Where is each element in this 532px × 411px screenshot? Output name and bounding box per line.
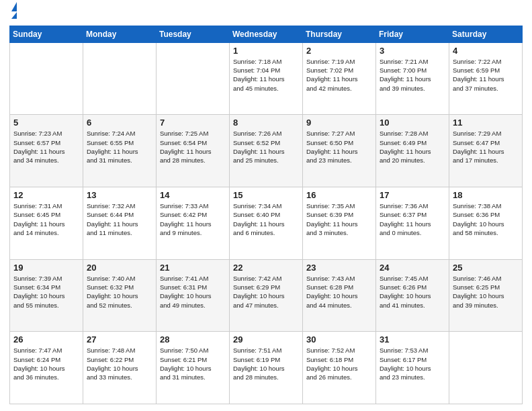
day-info: Sunrise: 7:46 AM Sunset: 6:25 PM Dayligh… [453,274,519,310]
day-cell: 16Sunrise: 7:35 AM Sunset: 6:39 PM Dayli… [303,187,376,260]
day-info: Sunrise: 7:31 AM Sunset: 6:45 PM Dayligh… [13,201,79,237]
day-info: Sunrise: 7:27 AM Sunset: 6:50 PM Dayligh… [306,129,372,165]
day-cell: 31Sunrise: 7:53 AM Sunset: 6:17 PM Dayli… [376,332,449,404]
day-info: Sunrise: 7:33 AM Sunset: 6:42 PM Dayligh… [160,201,226,237]
day-number: 29 [233,334,299,345]
day-info: Sunrise: 7:32 AM Sunset: 6:44 PM Dayligh… [87,201,152,237]
day-number: 6 [87,118,152,128]
day-cell: 9Sunrise: 7:27 AM Sunset: 6:50 PM Daylig… [303,115,376,187]
day-info: Sunrise: 7:18 AM Sunset: 7:04 PM Dayligh… [233,57,299,93]
day-cell: 3Sunrise: 7:21 AM Sunset: 7:00 PM Daylig… [376,42,449,115]
day-info: Sunrise: 7:34 AM Sunset: 6:40 PM Dayligh… [233,201,299,237]
day-cell: 27Sunrise: 7:48 AM Sunset: 6:22 PM Dayli… [83,332,157,404]
day-info: Sunrise: 7:41 AM Sunset: 6:31 PM Dayligh… [160,274,226,310]
day-number: 23 [306,263,372,273]
day-cell: 21Sunrise: 7:41 AM Sunset: 6:31 PM Dayli… [157,259,230,332]
day-info: Sunrise: 7:25 AM Sunset: 6:54 PM Dayligh… [160,129,226,165]
day-number: 14 [160,190,226,200]
col-header-tuesday: Tuesday [157,26,230,42]
day-number: 10 [380,118,445,128]
week-row-2: 5Sunrise: 7:23 AM Sunset: 6:57 PM Daylig… [10,115,523,187]
day-cell: 7Sunrise: 7:25 AM Sunset: 6:54 PM Daylig… [157,115,230,187]
day-cell: 11Sunrise: 7:29 AM Sunset: 6:47 PM Dayli… [449,115,523,187]
day-number: 18 [453,190,519,200]
day-info: Sunrise: 7:29 AM Sunset: 6:47 PM Dayligh… [453,129,519,165]
day-info: Sunrise: 7:38 AM Sunset: 6:36 PM Dayligh… [453,201,519,237]
day-number: 31 [380,334,445,345]
day-number: 11 [453,118,519,128]
day-number: 5 [13,118,79,128]
logo-triangle-top [11,2,17,11]
day-number: 13 [87,190,152,200]
day-cell: 17Sunrise: 7:36 AM Sunset: 6:37 PM Dayli… [376,187,449,260]
day-cell: 2Sunrise: 7:19 AM Sunset: 7:02 PM Daylig… [303,42,376,115]
logo-text-block [9,7,17,20]
week-row-5: 26Sunrise: 7:47 AM Sunset: 6:24 PM Dayli… [10,332,523,404]
day-cell: 23Sunrise: 7:43 AM Sunset: 6:28 PM Dayli… [303,259,376,332]
day-info: Sunrise: 7:50 AM Sunset: 6:21 PM Dayligh… [160,346,226,381]
day-cell: 5Sunrise: 7:23 AM Sunset: 6:57 PM Daylig… [10,115,83,187]
day-info: Sunrise: 7:24 AM Sunset: 6:55 PM Dayligh… [87,129,152,165]
header [9,7,523,20]
day-number: 25 [453,263,519,273]
day-cell: 20Sunrise: 7:40 AM Sunset: 6:32 PM Dayli… [83,259,157,332]
day-info: Sunrise: 7:22 AM Sunset: 6:59 PM Dayligh… [453,57,519,93]
day-number: 19 [13,263,79,273]
day-info: Sunrise: 7:28 AM Sunset: 6:49 PM Dayligh… [380,129,445,165]
day-number: 4 [453,46,519,56]
day-number: 28 [160,334,226,345]
day-cell: 19Sunrise: 7:39 AM Sunset: 6:34 PM Dayli… [10,259,83,332]
day-number: 12 [13,190,79,200]
day-info: Sunrise: 7:26 AM Sunset: 6:52 PM Dayligh… [233,129,299,165]
header-row: SundayMondayTuesdayWednesdayThursdayFrid… [10,26,523,42]
day-number: 22 [233,263,299,273]
day-cell [83,42,157,115]
week-row-1: 1Sunrise: 7:18 AM Sunset: 7:04 PM Daylig… [10,42,523,115]
day-cell [157,42,230,115]
day-cell: 8Sunrise: 7:26 AM Sunset: 6:52 PM Daylig… [230,115,303,187]
day-info: Sunrise: 7:53 AM Sunset: 6:17 PM Dayligh… [380,346,445,381]
day-cell: 25Sunrise: 7:46 AM Sunset: 6:25 PM Dayli… [449,259,523,332]
day-cell [10,42,83,115]
day-info: Sunrise: 7:47 AM Sunset: 6:24 PM Dayligh… [13,346,79,381]
logo [9,7,17,20]
day-cell: 12Sunrise: 7:31 AM Sunset: 6:45 PM Dayli… [10,187,83,260]
day-number: 8 [233,118,299,128]
day-number: 20 [87,263,152,273]
day-info: Sunrise: 7:51 AM Sunset: 6:19 PM Dayligh… [233,346,299,381]
day-number: 15 [233,190,299,200]
day-number: 26 [13,334,79,345]
day-number: 21 [160,263,226,273]
day-info: Sunrise: 7:42 AM Sunset: 6:29 PM Dayligh… [233,274,299,310]
day-number: 27 [87,334,152,345]
day-info: Sunrise: 7:23 AM Sunset: 6:57 PM Dayligh… [13,129,79,165]
day-cell [449,332,523,404]
day-info: Sunrise: 7:35 AM Sunset: 6:39 PM Dayligh… [306,201,372,237]
day-cell: 14Sunrise: 7:33 AM Sunset: 6:42 PM Dayli… [157,187,230,260]
col-header-saturday: Saturday [449,26,523,42]
day-number: 30 [306,334,372,345]
day-cell: 29Sunrise: 7:51 AM Sunset: 6:19 PM Dayli… [230,332,303,404]
day-info: Sunrise: 7:36 AM Sunset: 6:37 PM Dayligh… [380,201,445,237]
day-number: 2 [306,46,372,56]
day-info: Sunrise: 7:45 AM Sunset: 6:26 PM Dayligh… [380,274,445,310]
day-cell: 30Sunrise: 7:52 AM Sunset: 6:18 PM Dayli… [303,332,376,404]
day-cell: 6Sunrise: 7:24 AM Sunset: 6:55 PM Daylig… [83,115,157,187]
calendar-table: SundayMondayTuesdayWednesdayThursdayFrid… [9,26,523,404]
col-header-sunday: Sunday [10,26,83,42]
day-number: 7 [160,118,226,128]
day-cell: 13Sunrise: 7:32 AM Sunset: 6:44 PM Dayli… [83,187,157,260]
day-number: 16 [306,190,372,200]
day-number: 3 [380,46,445,56]
day-info: Sunrise: 7:48 AM Sunset: 6:22 PM Dayligh… [87,346,152,381]
day-number: 1 [233,46,299,56]
day-info: Sunrise: 7:40 AM Sunset: 6:32 PM Dayligh… [87,274,152,310]
day-cell: 4Sunrise: 7:22 AM Sunset: 6:59 PM Daylig… [449,42,523,115]
day-info: Sunrise: 7:39 AM Sunset: 6:34 PM Dayligh… [13,274,79,310]
week-row-4: 19Sunrise: 7:39 AM Sunset: 6:34 PM Dayli… [10,259,523,332]
day-cell: 18Sunrise: 7:38 AM Sunset: 6:36 PM Dayli… [449,187,523,260]
day-number: 24 [380,263,445,273]
day-number: 9 [306,118,372,128]
week-row-3: 12Sunrise: 7:31 AM Sunset: 6:45 PM Dayli… [10,187,523,260]
day-info: Sunrise: 7:21 AM Sunset: 7:00 PM Dayligh… [380,57,445,93]
